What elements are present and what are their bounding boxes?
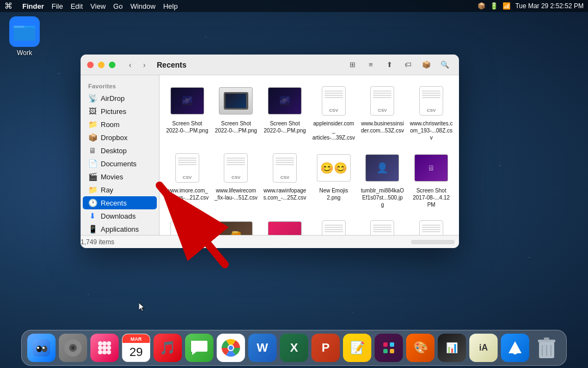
dock-launchpad[interactable] <box>90 334 119 362</box>
sidebar-item-downloads[interactable]: ⬇ Downloads <box>83 209 157 222</box>
dock-app-store[interactable] <box>501 334 529 362</box>
file-item[interactable]: 🌌 Screen Shot2022-0-...PM.png <box>261 80 308 144</box>
forward-button[interactable]: › <box>138 59 150 71</box>
sidebar-item-applications[interactable]: 📱 Applications <box>83 222 157 235</box>
sidebar-item-airdrop[interactable]: 📡 AirDrop <box>83 92 157 105</box>
menubar-right: 📦 🔋 📶 Tue Mar 29 2:52:52 PM <box>477 2 584 10</box>
file-name: tumblr_mi884kaOEf1s07st...500.jpg <box>360 187 404 208</box>
apple-menu[interactable]: ⌘ <box>4 1 13 11</box>
sidebar-label-movies: Movies <box>101 173 123 181</box>
sidebar-label-recents: Recents <box>101 199 127 207</box>
work-icon-label: Work <box>17 49 32 57</box>
file-item[interactable]: www.imore.com_how-get-...03Z.csv <box>408 214 455 235</box>
file-item[interactable]: www.lifewirecom_fix-lau-...51Z.csv <box>213 147 260 212</box>
dock-notes[interactable]: 📝 <box>343 334 371 362</box>
dock-music[interactable]: 🎵 <box>154 334 182 362</box>
finder-window: ‹ › Recents ⊞ ≡ ⬆ 🏷 📦 🔍 Favorites 📡 AirD… <box>81 55 459 248</box>
file-item[interactable]: 🖥 Screen Shot2017-08-...4.12 PM <box>408 147 455 212</box>
menubar-window[interactable]: Window <box>130 2 155 10</box>
menubar-left: ⌘ Finder File Edit View Go Window Help <box>4 1 177 11</box>
tag-btn[interactable]: 🏷 <box>400 59 415 71</box>
file-item[interactable]: www.chriswrites.com_193-...08Z.csv <box>408 80 455 144</box>
sidebar-item-movies[interactable]: 🎬 Movies <box>83 170 157 183</box>
sidebar-item-desktop[interactable]: 🖥 Desktop <box>83 144 157 157</box>
file-thumb: I INVICTUS <box>169 217 205 235</box>
dock-chrome[interactable] <box>217 334 245 362</box>
dock-calendar[interactable]: MAR 29 <box>122 334 150 362</box>
view-list-btn[interactable]: ≡ <box>363 59 378 71</box>
dock-finder[interactable] <box>27 334 56 362</box>
search-btn[interactable]: 🔍 <box>437 59 452 71</box>
maximize-button[interactable] <box>109 62 115 68</box>
menubar-view[interactable]: View <box>90 2 106 10</box>
file-item[interactable]: appleinsider.com_articles-...39Z.csv <box>310 80 357 144</box>
file-item[interactable]: 🌌 Screen Shot2022-0-...PM.png <box>164 80 211 144</box>
sidebar-item-room[interactable]: 📁 Room <box>83 118 157 131</box>
desktop-work-icon[interactable]: Work <box>5 16 44 57</box>
dock-powerpoint[interactable]: P <box>311 334 340 362</box>
sidebar-item-ray[interactable]: 📁 Ray <box>83 183 157 196</box>
file-thumb <box>316 83 351 118</box>
dropbox-btn[interactable]: 📦 <box>419 59 434 71</box>
file-item[interactable]: tumblr_lxfxu4nFzw1qceu...1280.jpg <box>261 214 308 235</box>
dock-excel[interactable]: X <box>280 334 308 362</box>
dock-word[interactable]: W <box>248 334 277 362</box>
svg-point-21 <box>98 341 102 346</box>
svg-rect-37 <box>383 349 388 353</box>
close-button[interactable] <box>87 62 94 68</box>
file-item[interactable]: 🔫 the bullet <box>213 214 260 235</box>
dock-colorsnapper[interactable]: 🎨 <box>406 334 434 362</box>
file-name: appleinsider.com_articles-...39Z.csv <box>312 120 356 141</box>
sidebar-item-documents[interactable]: 📄 Documents <box>83 157 157 170</box>
room-icon: 📁 <box>88 120 97 129</box>
sidebar-item-recents[interactable]: 🕐 Recents <box>83 196 157 209</box>
share-btn[interactable]: ⬆ <box>382 59 397 71</box>
window-body: Favorites 📡 AirDrop 🖼 Pictures 📁 Room 📦 … <box>81 75 459 235</box>
sidebar-label-dropbox: Dropbox <box>101 134 127 142</box>
svg-point-7 <box>42 346 47 352</box>
dock-messages[interactable] <box>185 334 213 362</box>
file-thumb <box>218 150 254 185</box>
menubar-dropbox-icon: 📦 <box>477 2 486 10</box>
file-thumb <box>267 217 303 235</box>
dock-slack[interactable] <box>375 334 403 362</box>
back-button[interactable]: ‹ <box>124 59 136 71</box>
file-item[interactable]: I INVICTUS invictus <box>164 214 211 235</box>
sidebar-label-downloads: Downloads <box>101 212 136 220</box>
file-item[interactable]: 😊😊 New Emojis 2.png <box>310 147 357 212</box>
toolbar-actions: ⊞ ≡ ⬆ 🏷 📦 🔍 <box>345 59 452 71</box>
movies-icon: 🎬 <box>88 172 97 181</box>
file-item[interactable]: www.businessinsider.com...53Z.csv <box>359 80 406 144</box>
file-name: www.lifewirecom_fix-lau-...51Z.csv <box>215 187 258 201</box>
menubar-help[interactable]: Help <box>163 2 178 10</box>
svg-rect-45 <box>544 337 549 340</box>
file-thumb: 🔫 <box>218 217 254 235</box>
file-item[interactable]: www.rawinfopages.com_-...25Z.csv <box>261 147 308 212</box>
dock-istatmenus[interactable]: 📊 <box>438 334 466 362</box>
dock-trash[interactable] <box>532 334 561 362</box>
minimize-button[interactable] <box>98 62 105 68</box>
file-item[interactable]: 👤 tumblr_mi884kaOEf1s07st...500.jpg <box>359 147 406 212</box>
menubar-wifi-icon: 📶 <box>503 2 511 10</box>
file-item[interactable]: www.techbout.com_send-...33Z.csv <box>310 214 357 235</box>
scroll-indicator[interactable] <box>411 240 455 244</box>
file-thumb: 🖥 <box>414 150 449 185</box>
menubar-go[interactable]: Go <box>113 2 122 10</box>
file-item[interactable]: www.businessinsider.com_...17Z.csv <box>359 214 406 235</box>
svg-point-8 <box>37 347 39 349</box>
menubar-app-name[interactable]: Finder <box>22 2 44 10</box>
menubar-edit[interactable]: Edit <box>71 2 83 10</box>
documents-icon: 📄 <box>88 159 97 168</box>
file-thumb <box>414 217 449 235</box>
file-item[interactable]: www.imore.com_how-us-...21Z.csv <box>164 147 211 212</box>
menubar-file[interactable]: File <box>52 2 63 10</box>
dock-system-preferences[interactable] <box>59 334 87 362</box>
dock-ia-writer[interactable]: iA <box>469 334 498 362</box>
file-item[interactable]: Screen Shot2022-0-...PM.png <box>213 80 260 144</box>
dropbox-icon: 📦 <box>88 133 97 142</box>
sidebar-label-documents: Documents <box>101 160 137 168</box>
sidebar-item-dropbox[interactable]: 📦 Dropbox <box>83 131 157 144</box>
mouse-cursor <box>139 303 145 312</box>
view-icon-btn[interactable]: ⊞ <box>345 59 360 71</box>
sidebar-item-pictures[interactable]: 🖼 Pictures <box>83 105 157 118</box>
